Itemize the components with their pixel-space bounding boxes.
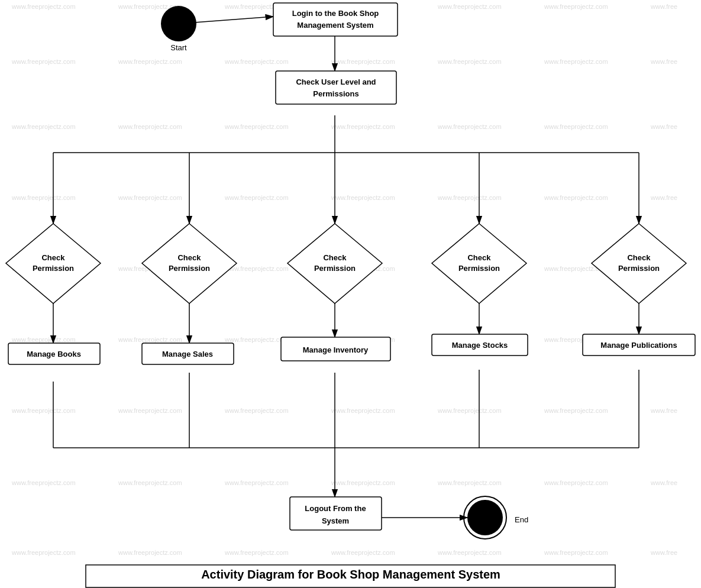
svg-text:www.free: www.free <box>650 549 677 556</box>
svg-text:www.freeprojectz.com: www.freeprojectz.com <box>118 58 182 65</box>
svg-text:www.free: www.free <box>650 58 677 65</box>
svg-text:www.freeprojectz.com: www.freeprojectz.com <box>118 407 182 414</box>
svg-text:www.free: www.free <box>650 479 677 486</box>
logout-label: Logout From the <box>305 504 366 513</box>
svg-text:www.freeprojectz.com: www.freeprojectz.com <box>331 194 395 201</box>
login-label: Login to the Book Shop <box>292 9 379 18</box>
svg-text:www.freeprojectz.com: www.freeprojectz.com <box>224 479 289 486</box>
diagram-title: Activity Diagram for Book Shop Managemen… <box>201 568 500 581</box>
start-label: Start <box>170 43 187 52</box>
svg-text:www.freeprojectz.com: www.freeprojectz.com <box>544 407 608 414</box>
svg-text:www.freeprojectz.com: www.freeprojectz.com <box>544 194 608 201</box>
login-box <box>273 3 398 36</box>
check-user-level-label2: Permissions <box>313 89 358 98</box>
svg-text:www.freeprojectz.com: www.freeprojectz.com <box>224 407 289 414</box>
check-perm1-label2: Permission <box>33 264 74 273</box>
check-perm4-label2: Permission <box>458 264 500 273</box>
svg-text:www.freeprojectz.com: www.freeprojectz.com <box>118 549 182 556</box>
svg-text:www.freeprojectz.com: www.freeprojectz.com <box>331 479 395 486</box>
manage-stocks-label: Manage Stocks <box>452 341 508 350</box>
svg-text:www.freeprojectz.com: www.freeprojectz.com <box>11 479 76 486</box>
svg-text:www.freeprojectz.com: www.freeprojectz.com <box>224 194 289 201</box>
diagram-container: www.freeprojectz.com www.freeprojectz.co… <box>0 0 701 588</box>
manage-inventory-label: Manage Inventory <box>303 345 369 354</box>
svg-text:www.free: www.free <box>650 3 677 10</box>
svg-text:www.freeprojectz.com: www.freeprojectz.com <box>331 123 395 130</box>
svg-text:www.freeprojectz.com: www.freeprojectz.com <box>11 549 76 556</box>
svg-text:www.freeprojectz.com: www.freeprojectz.com <box>331 407 395 414</box>
check-user-level-label: Check User Level and <box>296 77 376 86</box>
svg-text:www.freeprojectz.com: www.freeprojectz.com <box>118 194 182 201</box>
svg-text:www.freeprojectz.com: www.freeprojectz.com <box>437 194 502 201</box>
login-label2: Management System <box>297 21 373 30</box>
svg-text:www.freeprojectz.com: www.freeprojectz.com <box>437 3 502 10</box>
svg-text:www.freeprojectz.com: www.freeprojectz.com <box>11 3 76 10</box>
check-perm5-label2: Permission <box>618 264 660 273</box>
svg-text:www.freeprojectz.com: www.freeprojectz.com <box>544 3 608 10</box>
svg-text:www.freeprojectz.com: www.freeprojectz.com <box>224 336 289 343</box>
svg-text:www.freeprojectz.com: www.freeprojectz.com <box>118 336 182 343</box>
svg-text:www.free: www.free <box>650 407 677 414</box>
manage-sales-label: Manage Sales <box>162 350 213 358</box>
svg-text:www.freeprojectz.com: www.freeprojectz.com <box>544 123 608 130</box>
svg-text:www.freeprojectz.com: www.freeprojectz.com <box>331 58 395 65</box>
svg-text:www.freeprojectz.com: www.freeprojectz.com <box>11 407 76 414</box>
check-perm3-label2: Permission <box>314 264 356 273</box>
svg-text:www.free: www.free <box>650 123 677 130</box>
svg-text:www.freeprojectz.com: www.freeprojectz.com <box>437 58 502 65</box>
svg-text:www.freeprojectz.com: www.freeprojectz.com <box>224 549 289 556</box>
end-label: End <box>515 515 528 524</box>
svg-text:www.freeprojectz.com: www.freeprojectz.com <box>437 549 502 556</box>
logout-label2: System <box>322 516 349 525</box>
check-user-level-box <box>276 71 396 104</box>
svg-text:www.freeprojectz.com: www.freeprojectz.com <box>11 336 76 343</box>
svg-text:www.freeprojectz.com: www.freeprojectz.com <box>11 123 76 130</box>
check-perm2-label2: Permission <box>169 264 210 273</box>
svg-text:www.freeprojectz.com: www.freeprojectz.com <box>224 58 289 65</box>
svg-text:www.freeprojectz.com: www.freeprojectz.com <box>437 123 502 130</box>
svg-text:www.freeprojectz.com: www.freeprojectz.com <box>544 549 608 556</box>
svg-text:www.freeprojectz.com: www.freeprojectz.com <box>118 123 182 130</box>
check-perm4-label: Check <box>467 253 491 262</box>
svg-text:www.freeprojectz.com: www.freeprojectz.com <box>544 479 608 486</box>
svg-text:www.freeprojectz.com: www.freeprojectz.com <box>11 58 76 65</box>
check-perm2-label: Check <box>177 253 201 262</box>
start-node <box>161 6 196 41</box>
check-perm1-label: Check <box>41 253 65 262</box>
check-perm3-label: Check <box>323 253 347 262</box>
manage-books-label: Manage Books <box>27 350 81 358</box>
check-perm5-label: Check <box>627 253 651 262</box>
svg-text:www.free: www.free <box>650 194 677 201</box>
svg-text:www.freeprojectz.com: www.freeprojectz.com <box>224 123 289 130</box>
svg-text:www.freeprojectz.com: www.freeprojectz.com <box>544 58 608 65</box>
end-node <box>467 500 503 535</box>
svg-text:www.freeprojectz.com: www.freeprojectz.com <box>437 407 502 414</box>
svg-text:www.freeprojectz.com: www.freeprojectz.com <box>11 194 76 201</box>
svg-text:www.freeprojectz.com: www.freeprojectz.com <box>118 479 182 486</box>
svg-text:www.freeprojectz.com: www.freeprojectz.com <box>437 479 502 486</box>
svg-text:www.freeprojectz.com: www.freeprojectz.com <box>331 549 395 556</box>
manage-publications-label: Manage Publications <box>600 341 677 350</box>
